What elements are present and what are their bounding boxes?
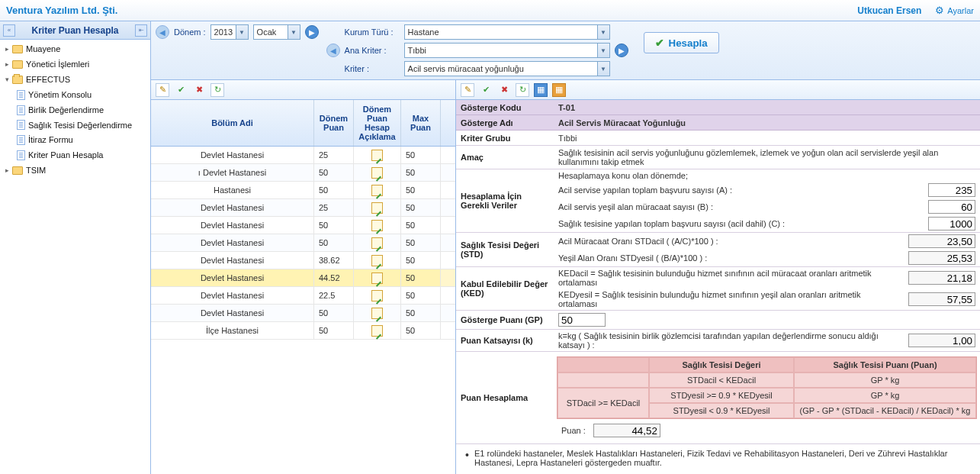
prev-kurum-button[interactable]: ◀ [326,44,340,57]
refresh-button[interactable]: ↻ [210,83,224,97]
tree-item-kriterpuan[interactable]: Kriter Puan Hesapla [0,147,150,163]
detail-panel: ✎ ✔ ✖ ↻ ▦ ▦ Gösterge KoduT-01 Gösterge A… [456,80,980,474]
tree-item-effectus[interactable]: ▾EFFECTUS [0,72,150,87]
tree-item-birlik[interactable]: Birlik Değerlendirme [0,102,150,118]
edit-button[interactable]: ✎ [461,83,474,97]
cell-dpha[interactable] [354,182,401,198]
edit-icon[interactable] [371,272,383,284]
grid-body: Devlet Hastanesi2550ı Devlet Hastanesi50… [151,147,455,340]
ptable-h2: Sağlık Tesisi Puanı (Puan) [794,357,976,372]
hesapla-button[interactable]: ✔Hesapla [644,32,719,53]
col-dpha[interactable]: Dönem Puan Hesap Açıklama [354,100,401,146]
cell-dp: 50 [314,322,354,339]
cell-bolum: Devlet Hastanesi [151,217,314,234]
folder-icon [12,60,23,69]
collapse-left-icon[interactable]: « [3,24,15,37]
table-row[interactable]: Devlet Hastanesi22.550 [151,287,455,305]
chevron-down-icon: ▼ [288,25,300,39]
cell-dpha[interactable] [354,287,401,304]
table-row[interactable]: ı Devlet Hastanesi5050 [151,164,455,182]
puan-value [593,424,660,437]
footnote: E1 rolündeki hastaneler, Meslek Hastalık… [456,444,980,472]
tree-item-tsim[interactable]: ▸TSIM [0,163,150,178]
edit-icon[interactable] [371,167,383,179]
cell-dp: 25 [314,147,354,163]
confirm-button[interactable]: ✔ [479,83,493,97]
gp-input[interactable] [558,313,606,327]
anakriter-label: Ana Kriter : [345,46,400,55]
calc1-button[interactable]: ▦ [534,83,548,97]
prev-period-button[interactable]: ◀ [156,25,169,39]
cell-dpha[interactable] [354,322,401,339]
cell-dpha[interactable] [354,234,401,251]
cell-bolum: Devlet Hastanesi [151,269,314,286]
tree-item-yonetici[interactable]: ▸Yönetici İşlemleri [0,56,150,72]
cell-dpha[interactable] [354,252,401,269]
cell-dp: 22.5 [314,287,354,304]
cell-dpha[interactable] [354,164,401,181]
confirm-button[interactable]: ✔ [174,83,188,97]
grup-label: Kriter Grubu [456,131,554,145]
col-donempuan[interactable]: Dönem Puan [314,100,354,146]
cell-dpha[interactable] [354,147,401,163]
table-row[interactable]: Devlet Hastanesi38.6250 [151,252,455,269]
table-row[interactable]: Devlet Hastanesi5050 [151,305,455,322]
b-label: Acil servis yeşil alan müracaat sayısı (… [558,202,921,211]
cell-dp: 50 [314,182,354,198]
kurum-select[interactable]: Hastane▼ [404,24,610,40]
tree-item-muayene[interactable]: ▸Muayene [0,41,150,56]
hesver-label: Hesaplama İçin Gerekli Veriler [456,169,554,232]
tree-item-sagliktesisi[interactable]: Sağlık Tesisi Değerlendirme [0,118,150,132]
b-input[interactable] [928,200,975,214]
collapse-pin-icon[interactable]: ⇤ [135,24,147,37]
cell-dpha[interactable] [354,305,401,321]
table-row[interactable]: Devlet Hastanesi5050 [151,234,455,252]
next-period-button[interactable]: ▶ [305,25,319,39]
edit-icon[interactable] [371,150,383,161]
year-select[interactable]: 2013▼ [210,24,249,40]
a-input[interactable] [928,183,975,197]
sidebar-title: Kriter Puan Hesapla [15,25,135,36]
delete-button[interactable]: ✖ [497,83,511,97]
table-row[interactable]: Devlet Hastanesi2550 [151,147,455,164]
cell-mp: 50 [401,199,441,216]
tree-item-yonetimkonsolu[interactable]: Yönetim Konsolu [0,87,150,102]
cell-dpha[interactable] [354,217,401,234]
document-icon [17,135,25,145]
kriter-select[interactable]: Acil servis müracaat yoğunluğu▼ [404,61,610,76]
edit-icon[interactable] [371,185,383,196]
calc2-button[interactable]: ▦ [552,83,566,97]
col-maxpuan[interactable]: Max Puan [401,100,441,146]
table-row[interactable]: Hastanesi5050 [151,182,455,199]
cell-dpha[interactable] [354,269,401,286]
anakriter-select[interactable]: Tıbbi▼ [404,43,610,58]
cell-dpha[interactable] [354,199,401,216]
delete-button[interactable]: ✖ [192,83,206,97]
month-select[interactable]: Ocak▼ [253,24,300,40]
edit-icon[interactable] [371,220,383,231]
ked2-label: KEDyesil = Sağlık tesisinin bulunduğu hi… [558,290,901,308]
std2-label: Yeşil Alan Oranı STDyesil ( (B/A)*100 ) … [558,253,901,263]
sidebar: « Kriter Puan Hesapla ⇤ ▸Muayene ▸Yöneti… [0,21,151,474]
next-kurum-button[interactable]: ▶ [615,44,628,57]
edit-icon[interactable] [371,308,383,319]
edit-icon[interactable] [371,202,383,214]
refresh-button[interactable]: ↻ [516,83,529,97]
table-row[interactable]: Devlet Hastanesi5050 [151,217,455,234]
kod-value: T-01 [554,100,980,114]
col-bolum[interactable]: Bölüm Adi [151,100,314,146]
table-row[interactable]: Devlet Hastanesi44.5250 [151,269,455,287]
edit-icon[interactable] [371,237,383,249]
c-input[interactable] [928,217,975,231]
tree-item-itiraz[interactable]: İtiraz Formu [0,132,150,147]
edit-button[interactable]: ✎ [156,83,169,97]
table-row[interactable]: Devlet Hastanesi2550 [151,199,455,217]
cell-mp: 50 [401,182,441,198]
edit-icon[interactable] [371,290,383,301]
table-row[interactable]: İlçe Hastanesi5050 [151,322,455,340]
grup-value: Tıbbi [554,131,980,145]
edit-icon[interactable] [371,325,383,337]
edit-icon[interactable] [371,255,383,266]
cell-mp: 50 [401,287,441,304]
settings-link[interactable]: ⚙ Ayarlar [935,5,974,16]
